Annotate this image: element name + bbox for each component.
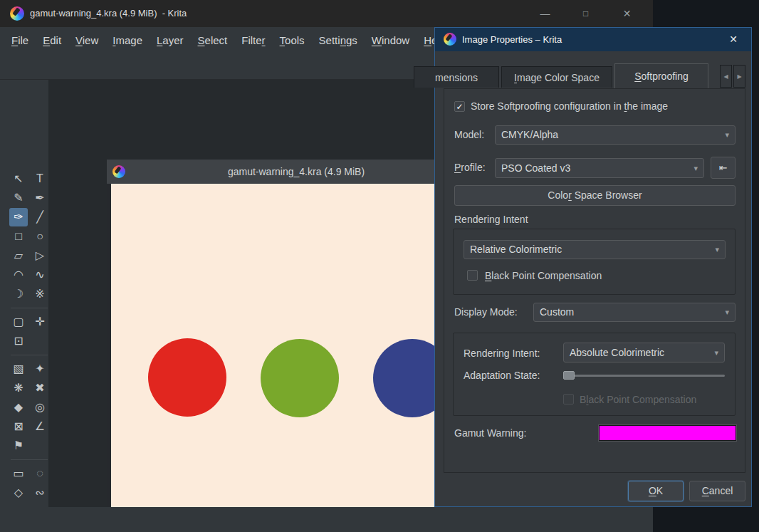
tool-bezier-curve[interactable]: ◠ — [9, 266, 28, 284]
menu-file[interactable]: File — [4, 27, 36, 54]
tool-polyline[interactable]: ▷ — [31, 246, 49, 265]
tool-line[interactable]: ╱ — [31, 208, 49, 226]
dialog-title: Image Properties – Krita — [462, 28, 562, 51]
menu-tools[interactable]: Tools — [273, 27, 312, 54]
menu-layer[interactable]: Layer — [150, 27, 191, 54]
canvas-circle-2 — [261, 339, 339, 417]
custom-rendering-intent-label: Rendering Intent: — [464, 348, 540, 359]
toolbox: ↖T✎✒✑╱□○▱▷◠∿☽※▢✛⊡▧✦❋✖◆◎⊠∠⚑▭◌◇∾✳✴⌒⊂⚲☛ — [0, 80, 48, 507]
import-profile-button[interactable]: ⇤ — [711, 157, 736, 179]
tool-move[interactable]: ✛ — [31, 313, 49, 331]
tool-text[interactable]: T — [31, 169, 49, 188]
adaptation-state-slider-handle[interactable] — [563, 371, 575, 380]
chevron-down-icon: ▾ — [714, 343, 718, 362]
import-icon: ⇤ — [719, 162, 728, 173]
toolbox-spacer — [31, 332, 49, 350]
tab-softproofing[interactable]: Softproofing — [614, 63, 708, 88]
rendering-intent-group — [453, 229, 736, 295]
tool-edit-shapes[interactable]: ✎ — [9, 189, 28, 207]
tool-fill[interactable]: ◆ — [9, 398, 28, 417]
chevron-down-icon: ▾ — [693, 159, 698, 177]
krita-logo-icon — [10, 6, 24, 21]
tool-freehand-select[interactable]: ∾ — [31, 484, 49, 502]
menu-image[interactable]: Image — [105, 27, 150, 54]
window-titlebar: gamut-warning_4.kra (4.9 MiB) - Krita — … — [0, 0, 653, 27]
gamut-warning-swatch[interactable] — [599, 425, 736, 441]
document-subwindow: gamut-warning_4.kra (4.9 MiB) ◀ — [107, 160, 486, 532]
toolbox-spacer — [31, 437, 49, 455]
custom-black-point-compensation-checkbox — [563, 394, 574, 405]
tool-polygon[interactable]: ▱ — [9, 246, 28, 265]
gamut-warning-label: Gamut Warning: — [454, 427, 526, 439]
display-mode-dropdown[interactable]: Custom ▾ — [533, 303, 736, 322]
chevron-down-icon: ▾ — [725, 303, 729, 321]
menu-window[interactable]: Window — [365, 27, 417, 54]
tool-measure[interactable]: ∠ — [31, 417, 49, 436]
menu-select[interactable]: Select — [191, 27, 235, 54]
custom-black-point-compensation-label: Black Point Compensation — [580, 394, 696, 405]
ok-button[interactable]: OK — [628, 481, 684, 501]
tool-gradient[interactable]: ▧ — [9, 360, 28, 378]
close-button[interactable]: ✕ — [610, 0, 644, 27]
tool-select-shapes[interactable]: ↖ — [9, 169, 28, 188]
black-point-compensation-checkbox[interactable] — [467, 270, 478, 281]
menu-filter[interactable]: Filter — [234, 27, 272, 54]
toolbox-separator — [11, 308, 48, 308]
tool-freehand-brush[interactable]: ✑ — [9, 208, 28, 226]
tool-colorize-mask[interactable]: ⊠ — [9, 417, 28, 436]
canvas[interactable] — [111, 184, 486, 532]
statusbar: ,024 x 1,024 (4.9 MiB ↔ 0.00° 52.9% — [0, 507, 653, 532]
cancel-button[interactable]: Cancel — [689, 481, 745, 501]
document-titlebar[interactable]: gamut-warning_4.kra (4.9 MiB) — [107, 160, 486, 184]
store-softproofing-label: Store Softproofing configuration in the … — [471, 100, 668, 112]
window-title: gamut-warning_4.kra (4.9 MiB) - Krita — [30, 0, 187, 27]
chevron-down-icon: ▾ — [725, 126, 729, 144]
rendering-intent-group-title: Rendering Intent — [454, 214, 528, 225]
tool-rectangle[interactable]: □ — [9, 227, 28, 246]
adaptation-state-label: Adaptation State: — [464, 370, 540, 381]
tool-crop[interactable]: ⊡ — [9, 332, 28, 350]
tool-transform[interactable]: ▢ — [9, 313, 28, 331]
tool-polygon-select[interactable]: ◇ — [9, 484, 28, 502]
color-space-browser-button[interactable]: Color Space Browser — [454, 185, 736, 206]
tool-enclose-fill[interactable]: ◎ — [31, 398, 49, 417]
black-point-compensation-label: Black Point Compensation — [485, 270, 602, 281]
tool-ellipse-select[interactable]: ◌ — [31, 464, 49, 483]
tab-dimensions[interactable]: mensions — [414, 66, 499, 88]
maximize-button[interactable]: □ — [569, 0, 602, 27]
minimize-button[interactable]: — — [528, 0, 562, 27]
adaptation-state-slider[interactable] — [563, 375, 725, 377]
custom-rendering-intent-dropdown[interactable]: Absolute Colorimetric ▾ — [563, 343, 725, 363]
tool-pattern-edit[interactable]: ❋ — [9, 379, 28, 397]
model-label: Model: — [454, 129, 484, 140]
canvas-circle-1 — [148, 338, 226, 417]
tool-calligraphy[interactable]: ✒ — [31, 189, 49, 207]
toolbox-separator — [11, 459, 48, 460]
tool-ellipse[interactable]: ○ — [31, 227, 49, 246]
dialog-close-icon[interactable]: ✕ — [723, 28, 744, 51]
toolbox-grid: ↖T✎✒✑╱□○▱▷◠∿☽※▢✛⊡▧✦❋✖◆◎⊠∠⚑▭◌◇∾✳✴⌒⊂⚲☛ — [9, 169, 49, 532]
tool-multibrush[interactable]: ※ — [31, 285, 49, 303]
rendering-intent-dropdown[interactable]: Relative Colorimetric ▾ — [464, 240, 726, 259]
tool-freehand-path[interactable]: ∿ — [31, 266, 49, 284]
dialog-krita-icon — [444, 33, 456, 46]
tool-rect-select[interactable]: ▭ — [9, 464, 28, 483]
tab-scroll-left-icon[interactable]: ◀ — [720, 65, 732, 88]
dialog-titlebar: Image Properties – Krita ✕ — [435, 28, 751, 51]
tool-reference-images[interactable]: ⚑ — [9, 437, 28, 455]
menu-view[interactable]: View — [68, 27, 105, 54]
profile-dropdown[interactable]: PSO Coated v3 ▾ — [495, 158, 704, 178]
menu-settings[interactable]: Settings — [312, 27, 365, 54]
tab-scroll-right-icon[interactable]: ▶ — [733, 65, 745, 88]
document-title: gamut-warning_4.kra (4.9 MiB) — [107, 160, 486, 184]
tool-smart-patch[interactable]: ✖ — [31, 379, 49, 397]
store-softproofing-checkbox[interactable]: ✓ — [454, 101, 465, 112]
chevron-down-icon: ▾ — [715, 241, 719, 259]
tool-color-sampler[interactable]: ✦ — [31, 360, 49, 378]
profile-label: Profile: — [454, 162, 486, 173]
tool-dynamic-brush[interactable]: ☽ — [9, 285, 28, 303]
menu-edit[interactable]: Edit — [36, 27, 68, 54]
image-properties-dialog: Image Properties – Krita ✕ mensions Imag… — [434, 27, 752, 507]
model-dropdown[interactable]: CMYK/Alpha ▾ — [495, 125, 736, 145]
tab-image-color-space[interactable]: Image Color Space — [501, 66, 612, 88]
